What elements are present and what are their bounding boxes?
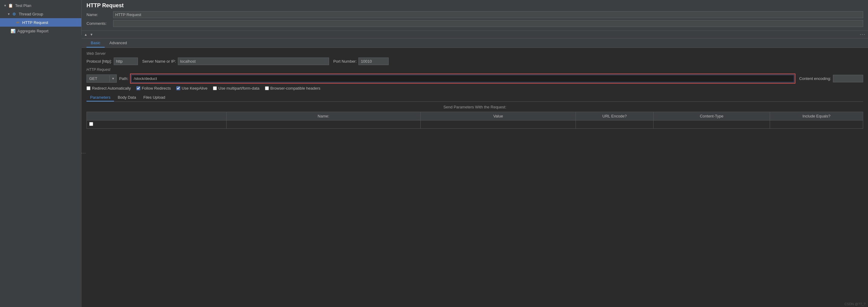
sidebar-item-label-test-plan: Test Plan xyxy=(15,3,79,8)
sub-tab-body-data[interactable]: Body Data xyxy=(114,93,140,102)
test-plan-icon: 📋 xyxy=(8,3,13,8)
checkbox-use-keepalive[interactable]: Use KeepAlive xyxy=(176,86,208,90)
aggregate-report-icon: 📊 xyxy=(10,28,16,34)
follow-redirects-checkbox[interactable] xyxy=(136,86,140,90)
checkbox-redirect-auto[interactable]: Redirect Automatically xyxy=(87,86,131,90)
sub-tab-files-upload[interactable]: Files Upload xyxy=(140,93,169,102)
row-name-cell xyxy=(226,120,421,129)
path-label: Path: xyxy=(119,76,128,81)
method-dropdown-arrow-icon[interactable]: ▼ xyxy=(110,75,117,82)
table-header-include-equals: Include Equals? xyxy=(770,112,863,120)
port-input[interactable] xyxy=(359,58,389,65)
params-table: Name: Value URL Encode? Content-Type Inc… xyxy=(87,112,863,129)
redirect-auto-checkbox[interactable] xyxy=(87,86,90,90)
web-server-form: Protocol [http]: Server Name or IP: Port… xyxy=(87,58,863,65)
sidebar-item-label-thread-group: Thread Group xyxy=(19,12,79,16)
path-input-wrapper xyxy=(130,74,796,84)
web-server-section-label: Web Server xyxy=(87,52,863,56)
comments-label: Comments: xyxy=(87,21,111,26)
name-input[interactable] xyxy=(113,11,863,18)
sidebar-item-thread-group[interactable]: ▼ ⚙ Thread Group xyxy=(0,10,81,18)
tab-advanced[interactable]: Advanced xyxy=(105,38,131,48)
use-keepalive-checkbox[interactable] xyxy=(176,86,180,90)
sidebar-item-label-aggregate-report: Aggregate Report xyxy=(18,29,79,33)
http-request-icon: ✏ xyxy=(15,20,21,25)
checkbox-follow-redirects[interactable]: Follow Redirects xyxy=(136,86,171,90)
sidebar: ▼ 📋 Test Plan ▼ ⚙ Thread Group ✏ HTTP Re… xyxy=(0,0,82,35)
server-label: Server Name or IP: xyxy=(142,59,176,63)
toolbar-more-options[interactable]: ··· xyxy=(860,32,866,37)
checkbox-browser-compat[interactable]: Browser-compatible headers xyxy=(265,86,320,90)
sidebar-item-test-plan[interactable]: ▼ 📋 Test Plan xyxy=(0,1,81,10)
method-select[interactable]: GET POST PUT DELETE PATCH HEAD OPTIONS xyxy=(87,75,110,82)
server-input[interactable] xyxy=(178,58,329,65)
content-area: Web Server Protocol [http]: Server Name … xyxy=(82,48,868,307)
watermark: CSDN @??_? xyxy=(844,302,866,306)
arrow-icon-2: ▼ xyxy=(7,12,10,16)
browser-compat-checkbox[interactable] xyxy=(265,86,269,90)
multipart-checkbox[interactable] xyxy=(213,86,217,90)
name-label: Name: xyxy=(87,12,111,17)
checkbox-multipart[interactable]: Use multipart/form-data xyxy=(213,86,259,90)
encoding-input[interactable] xyxy=(833,75,863,82)
follow-redirects-label[interactable]: Follow Redirects xyxy=(142,86,171,90)
table-header-name: Name: xyxy=(226,112,421,120)
browser-compat-label[interactable]: Browser-compatible headers xyxy=(270,86,320,90)
protocol-label: Protocol [http]: xyxy=(87,59,112,63)
comments-input[interactable] xyxy=(113,20,863,27)
tabs-bar: Basic Advanced xyxy=(82,38,868,48)
arrow-icon-4 xyxy=(7,29,9,33)
table-header-url-encode: URL Encode? xyxy=(576,112,654,120)
row-encode-cell xyxy=(576,120,654,129)
arrow-icon-3 xyxy=(12,21,14,24)
table-header-content-type: Content-Type xyxy=(653,112,770,120)
multipart-label[interactable]: Use multipart/form-data xyxy=(218,86,259,90)
panel-title: HTTP Request xyxy=(87,2,863,9)
port-label: Port Number: xyxy=(333,59,356,63)
thread-group-icon: ⚙ xyxy=(11,11,17,17)
use-keepalive-label[interactable]: Use KeepAlive xyxy=(182,86,208,90)
row-value-cell xyxy=(421,120,576,129)
toolbar-arrow-up[interactable]: ▲ xyxy=(84,33,87,36)
tab-basic[interactable]: Basic xyxy=(87,38,105,48)
table-row-empty xyxy=(87,120,863,129)
sidebar-item-aggregate-report[interactable]: 📊 Aggregate Report xyxy=(0,27,81,35)
row-checkbox[interactable] xyxy=(89,122,93,126)
encoding-label: Content encoding: xyxy=(799,76,831,81)
sub-tabs-bar: Parameters Body Data Files Upload xyxy=(87,93,863,102)
sidebar-item-label-http-request: HTTP Request xyxy=(22,20,79,25)
redirect-auto-label[interactable]: Redirect Automatically xyxy=(92,86,131,90)
http-method-row: GET POST PUT DELETE PATCH HEAD OPTIONS ▼… xyxy=(87,74,863,84)
main-header: HTTP Request Name: Comments: xyxy=(82,0,868,31)
method-select-wrapper[interactable]: GET POST PUT DELETE PATCH HEAD OPTIONS ▼ xyxy=(87,75,117,83)
row-type-cell xyxy=(653,120,770,129)
arrow-icon: ▼ xyxy=(4,4,7,7)
sidebar-drag-handle[interactable]: ⋮ xyxy=(81,151,86,157)
row-equals-cell xyxy=(770,120,863,129)
toolbar-arrow-down[interactable]: ▼ xyxy=(90,33,93,36)
toolbar-row: ▲ ▼ ··· xyxy=(82,31,868,38)
http-request-section-label: HTTP Request xyxy=(87,67,863,72)
main-panel: HTTP Request Name: Comments: ▲ ▼ ··· Bas… xyxy=(82,0,868,307)
comments-field-row: Comments: xyxy=(87,20,863,27)
sub-tab-parameters[interactable]: Parameters xyxy=(87,93,114,102)
sidebar-item-http-request[interactable]: ✏ HTTP Request xyxy=(0,18,81,27)
params-info: Send Parameters With the Request: xyxy=(87,105,863,109)
name-field-row: Name: xyxy=(87,11,863,18)
protocol-input[interactable] xyxy=(114,58,138,65)
path-input[interactable] xyxy=(131,75,794,82)
checkbox-row: Redirect Automatically Follow Redirects … xyxy=(87,86,863,90)
table-header-check xyxy=(87,112,226,120)
table-header-value: Value xyxy=(421,112,576,120)
